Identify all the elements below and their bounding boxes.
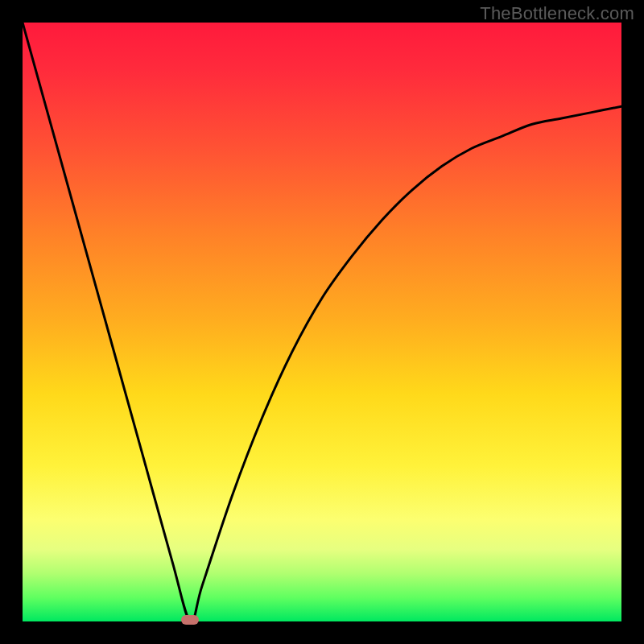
optimal-point-marker xyxy=(181,615,199,625)
chart-plot-area xyxy=(23,23,621,621)
bottleneck-curve xyxy=(23,23,621,621)
watermark-text: TheBottleneck.com xyxy=(480,3,634,24)
